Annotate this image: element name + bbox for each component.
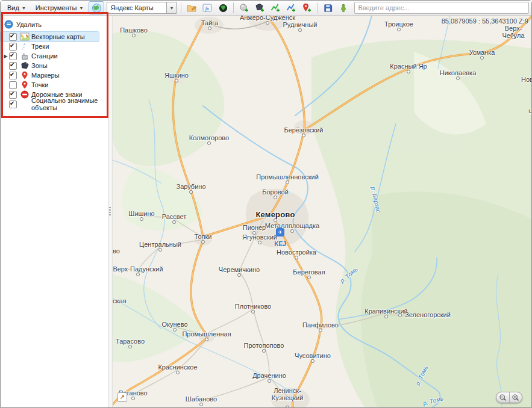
place-label: Троицкое <box>384 20 413 28</box>
add-marker-button[interactable] <box>299 1 314 14</box>
layer-checkbox[interactable] <box>9 52 17 60</box>
place-dot <box>131 397 135 400</box>
place-label: Анжеро-Судженск <box>240 16 295 21</box>
place-dot <box>176 371 180 374</box>
add-sphere-button[interactable] <box>237 1 251 14</box>
add-track-blue-button[interactable] <box>284 1 298 14</box>
panel-splitter[interactable] <box>108 16 113 408</box>
place-dot <box>319 329 322 332</box>
layer-row-4[interactable]: Маркеры <box>1 70 108 80</box>
map-provider-select[interactable]: Яндекс Карты ▼ <box>107 2 177 14</box>
place-dot <box>208 26 211 30</box>
expander-icon[interactable]: ▶ <box>2 54 9 59</box>
place-label: Зеленогорский <box>405 311 451 318</box>
routes-folder-icon <box>187 3 196 13</box>
chevron-down-icon: ▼ <box>22 6 26 10</box>
layer-row-7[interactable]: Социально значимые объекты <box>1 99 108 109</box>
place-label: ская <box>113 297 127 304</box>
place-dot <box>205 338 208 341</box>
place-dot <box>172 220 176 224</box>
layer-label: Маркеры <box>31 72 60 79</box>
place-label: Новостройка <box>277 249 316 256</box>
place-label: Центральный <box>139 241 181 248</box>
place-dot <box>397 28 401 31</box>
place-label: Боровой <box>262 188 289 196</box>
layer-checkbox[interactable] <box>9 100 17 108</box>
place-label: Шабаново <box>186 395 217 403</box>
place-label: Драченино <box>252 372 286 379</box>
layer-row-2[interactable]: ▶Станции <box>1 51 108 61</box>
add-sphere-icon <box>239 3 249 13</box>
expand-panel-button[interactable]: ↗ <box>117 392 127 402</box>
menu-view[interactable]: Вид ▼ <box>3 2 30 13</box>
marker-pin-icon <box>20 71 30 79</box>
place-dot <box>266 21 269 25</box>
place-dot <box>140 217 143 221</box>
road-sign-icon <box>20 90 30 99</box>
toolbar-icon-group: fx <box>184 1 351 14</box>
routes-folder-button[interactable] <box>184 1 199 14</box>
streetview-button[interactable] <box>336 1 351 14</box>
place-dot <box>512 36 515 39</box>
place-label: Протопопово <box>244 342 284 349</box>
svg-text:fx: fx <box>205 6 209 11</box>
layer-checkbox[interactable] <box>9 43 17 51</box>
toolbar-separator <box>317 2 318 13</box>
basemap-globe-button[interactable] <box>89 1 104 14</box>
main-area: Удалить Векторные картыТреки▶СтанцииЗоны… <box>1 16 531 408</box>
zoom-in-button[interactable] <box>510 392 522 403</box>
add-marker-icon <box>302 3 311 13</box>
delete-button-label: Удалить <box>16 21 42 28</box>
layer-checkbox[interactable] <box>9 72 17 79</box>
place-dot <box>268 379 271 383</box>
formula-fx-icon: fx <box>202 3 212 13</box>
layer-checkbox[interactable] <box>9 33 17 41</box>
layer-row-3[interactable]: Зоны <box>1 61 108 70</box>
streetview-icon <box>339 4 348 13</box>
place-dot <box>189 190 193 194</box>
delete-button[interactable]: Удалить <box>4 20 108 29</box>
address-search-input[interactable] <box>354 2 529 14</box>
zoom-out-button[interactable] <box>496 392 509 403</box>
save-button[interactable] <box>321 1 335 14</box>
place-label: Берёзовский <box>284 126 324 134</box>
place-label: Чусовитино <box>295 352 331 359</box>
place-label: Тайга <box>201 19 218 26</box>
menu-tools[interactable]: Инструменты ▼ <box>31 2 88 13</box>
layer-row-0[interactable]: Векторные карты <box>1 32 99 42</box>
dark-globe-button[interactable] <box>216 1 230 14</box>
save-icon <box>324 4 333 13</box>
map-canvas[interactable]: ПашковоТайгаАнжеро-СудженскРудничныйТрои… <box>113 16 531 408</box>
place-dot <box>158 248 162 252</box>
layer-checkbox[interactable] <box>9 62 17 70</box>
place-label: Плотниково <box>235 303 271 310</box>
layer-checkbox[interactable] <box>9 91 17 99</box>
place-label: Окунево <box>161 321 187 328</box>
layer-label: Станции <box>31 52 58 60</box>
place-label: Краснинское <box>158 363 197 371</box>
layer-label: Точки <box>31 81 48 88</box>
layer-label: Социально значимые объекты <box>31 97 108 111</box>
formula-fx-button[interactable]: fx <box>200 1 214 14</box>
zones-icon <box>20 61 30 70</box>
place-dot <box>207 141 211 145</box>
layer-checkbox[interactable] <box>9 81 17 89</box>
select-dropdown-button[interactable]: ▼ <box>166 2 176 13</box>
place-dot <box>456 76 460 80</box>
add-track-green-button[interactable] <box>268 1 283 14</box>
layer-label: Треки <box>31 43 49 50</box>
place-dot <box>298 28 302 32</box>
add-track-blue-icon <box>286 3 296 13</box>
application-window: Вид ▼ Инструменты ▼ Яндекс Карты ▼ fx <box>0 0 532 408</box>
place-dot <box>398 314 402 317</box>
add-zone-button[interactable] <box>252 1 267 14</box>
point-pin-icon <box>20 81 30 89</box>
map-provider-value: Яндекс Карты <box>107 4 166 11</box>
delete-minus-icon <box>4 20 13 29</box>
layer-row-1[interactable]: Треки <box>1 42 108 51</box>
vector-maps-icon <box>20 32 30 41</box>
place-label: Зарубино <box>176 183 205 190</box>
place-dot <box>407 70 410 73</box>
layer-row-5[interactable]: Точки <box>1 80 108 90</box>
place-dot <box>295 256 298 259</box>
